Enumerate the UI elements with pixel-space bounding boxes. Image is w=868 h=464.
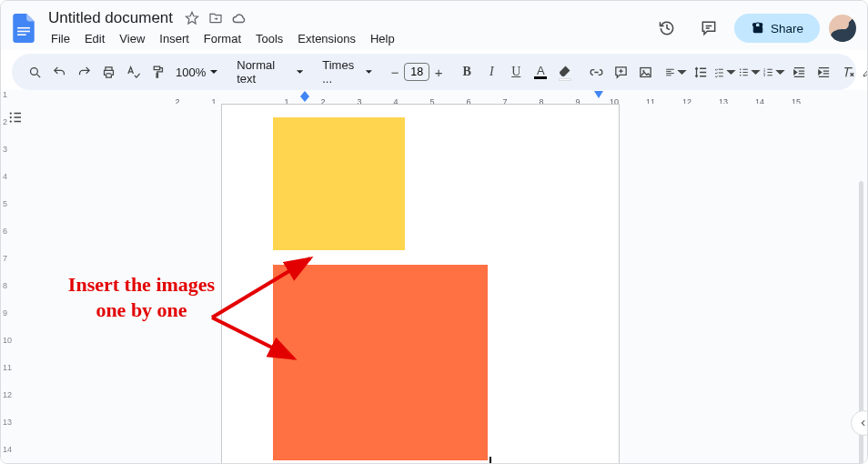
horizontal-ruler: 21123456789101112131415 bbox=[59, 90, 853, 104]
svg-text:3: 3 bbox=[763, 74, 765, 77]
numbered-list-icon[interactable]: 123 bbox=[762, 60, 786, 84]
document-page[interactable] bbox=[221, 104, 620, 463]
increase-indent-icon[interactable] bbox=[812, 60, 835, 84]
menu-file[interactable]: File bbox=[45, 30, 76, 47]
menu-bar: File Edit View Insert Format Tools Exten… bbox=[45, 28, 651, 48]
share-label: Share bbox=[771, 22, 803, 35]
menu-view[interactable]: View bbox=[113, 30, 151, 47]
svg-point-8 bbox=[740, 71, 742, 73]
zoom-select[interactable]: 100% bbox=[170, 60, 224, 84]
svg-point-4 bbox=[30, 67, 37, 75]
text-color-icon[interactable]: A bbox=[529, 60, 552, 84]
svg-point-7 bbox=[740, 68, 742, 70]
menu-tools[interactable]: Tools bbox=[249, 30, 289, 47]
menu-edit[interactable]: Edit bbox=[78, 30, 111, 47]
print-icon[interactable] bbox=[96, 60, 120, 84]
indent-marker-left[interactable] bbox=[300, 91, 309, 102]
menu-insert[interactable]: Insert bbox=[153, 30, 196, 47]
font-size-input[interactable] bbox=[404, 63, 429, 81]
toolbar: 100% Normal text Times ... − + B I U A 1… bbox=[12, 54, 856, 90]
avatar[interactable] bbox=[829, 15, 856, 42]
checklist-icon[interactable] bbox=[713, 60, 737, 84]
move-icon[interactable] bbox=[207, 10, 224, 26]
align-icon[interactable] bbox=[664, 60, 688, 84]
svg-rect-1 bbox=[17, 31, 30, 33]
add-comment-icon[interactable] bbox=[609, 60, 632, 84]
text-cursor bbox=[490, 457, 491, 463]
spellcheck-icon[interactable] bbox=[121, 60, 145, 84]
bold-icon[interactable]: B bbox=[455, 60, 479, 84]
underline-icon[interactable]: U bbox=[504, 60, 528, 84]
decrease-font-icon[interactable]: − bbox=[386, 62, 404, 82]
link-icon[interactable] bbox=[584, 60, 608, 84]
bullet-list-icon[interactable] bbox=[738, 60, 762, 84]
highlight-icon[interactable] bbox=[553, 60, 577, 84]
doc-title[interactable]: Untitled document bbox=[45, 9, 177, 27]
menu-format[interactable]: Format bbox=[197, 30, 247, 47]
comment-icon[interactable] bbox=[692, 12, 725, 45]
increase-font-icon[interactable]: + bbox=[429, 62, 448, 82]
insert-image-icon[interactable] bbox=[633, 60, 657, 84]
docs-logo[interactable] bbox=[12, 12, 37, 45]
svg-rect-0 bbox=[17, 27, 30, 29]
menu-extensions[interactable]: Extensions bbox=[291, 30, 362, 47]
search-icon[interactable] bbox=[23, 60, 46, 84]
font-select[interactable]: Times ... bbox=[317, 60, 378, 84]
annotation-text: Insert the images one by one bbox=[66, 272, 217, 322]
svg-point-9 bbox=[740, 74, 742, 76]
cloud-icon[interactable] bbox=[231, 10, 247, 26]
inserted-image-2[interactable] bbox=[273, 265, 488, 460]
svg-rect-5 bbox=[641, 67, 651, 76]
decrease-indent-icon[interactable] bbox=[787, 60, 811, 84]
line-spacing-icon[interactable] bbox=[689, 60, 712, 84]
paint-format-icon[interactable] bbox=[146, 60, 169, 84]
redo-icon[interactable] bbox=[72, 60, 96, 84]
indent-marker-right[interactable] bbox=[594, 91, 603, 102]
italic-icon[interactable]: I bbox=[479, 60, 503, 84]
share-button[interactable]: Share bbox=[734, 14, 820, 43]
vertical-ruler: 1234567891011121314151617 bbox=[1, 104, 14, 463]
undo-icon[interactable] bbox=[47, 60, 71, 84]
inserted-image-1[interactable] bbox=[273, 117, 405, 250]
star-icon[interactable] bbox=[184, 10, 200, 26]
styles-select[interactable]: Normal text bbox=[231, 60, 309, 84]
editing-mode-icon[interactable] bbox=[862, 60, 868, 84]
clear-format-icon[interactable] bbox=[836, 60, 860, 84]
history-icon[interactable] bbox=[651, 12, 683, 45]
menu-help[interactable]: Help bbox=[364, 30, 401, 47]
svg-rect-2 bbox=[17, 34, 26, 35]
